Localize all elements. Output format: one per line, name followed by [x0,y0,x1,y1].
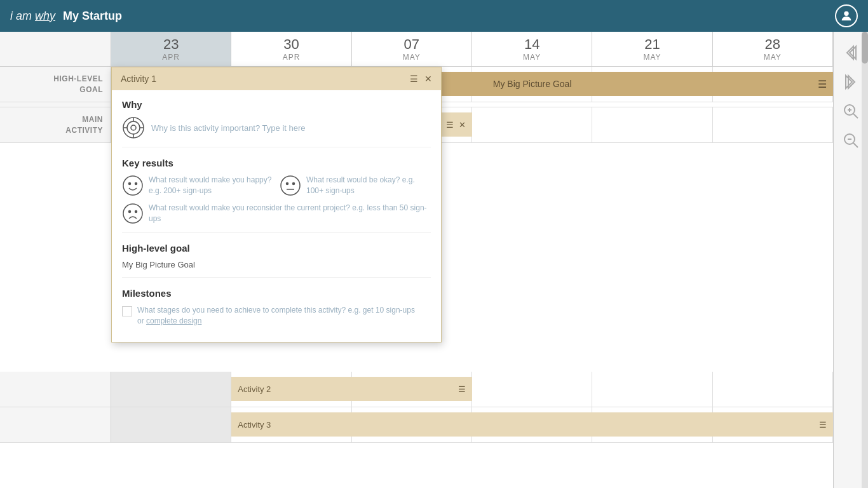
svg-point-13 [293,183,295,185]
main-area: 23 APR 30 APR 07 MAY 14 MAY 21 MAY 28 MA… [0,32,868,488]
why-placeholder[interactable]: Why is this activity important? Type it … [151,123,306,133]
popup-close-icon[interactable]: ✕ [424,74,432,84]
date-mon-2: MAY [403,53,421,62]
date-num-4: 21 [644,36,660,53]
date-header: 23 APR 30 APR 07 MAY 14 MAY 21 MAY 28 MA… [0,32,868,67]
activity-1-menu-icon[interactable]: ☰ [446,120,454,130]
svg-point-17 [135,211,137,213]
activity-2-menu-icon[interactable]: ☰ [458,384,466,394]
kr-ok-item: What result would be okay? e.g. 100+ sig… [280,175,431,196]
week-col-a3-0 [111,407,231,442]
high-level-goal-menu-icon[interactable]: ☰ [818,78,827,90]
svg-point-10 [135,183,137,185]
activity-3-name: Activity 3 [238,420,271,430]
date-col-0[interactable]: 23 APR [111,32,231,66]
svg-line-28 [853,143,858,147]
avatar[interactable] [835,4,858,27]
right-controls [833,32,868,488]
week-col-a2-4 [592,372,712,407]
app-title: My Startup [63,10,122,23]
milestone-checkbox[interactable] [122,306,132,316]
why-row: Why is this activity important? Type it … [122,116,431,139]
scrollbar-thumb[interactable] [862,32,868,64]
kr-happy-text[interactable]: What result would make you happy? e.g. 2… [149,175,273,196]
scrollbar[interactable] [862,32,868,488]
why-section: Why Why is this activity important? Type… [122,99,431,147]
zoom-in-button[interactable] [839,100,862,123]
popup-header-icons: ☰ ✕ [410,74,432,84]
date-num-0: 23 [163,36,179,53]
popup-header: Activity 1 ☰ ✕ [112,67,441,90]
happy-face-icon [122,175,144,196]
date-num-5: 28 [765,36,780,53]
kr-grid: What result would make you happy? e.g. 2… [122,175,431,224]
neutral-face-icon [280,175,301,196]
activity-detail-popup: Activity 1 ☰ ✕ Why [111,67,442,342]
activity-3-bar[interactable]: Activity 3 ☰ [231,412,833,437]
kr-ok-text[interactable]: What result would be okay? e.g. 100+ sig… [306,175,431,196]
svg-point-3 [131,125,136,130]
activity-1-close-icon[interactable]: ✕ [459,120,466,130]
activity-1-icons: ☰ ✕ [446,120,466,130]
svg-line-25 [853,114,858,118]
popup-title: Activity 1 [121,74,156,84]
svg-point-12 [287,183,288,185]
logo: i am why My Startup [10,10,122,23]
date-col-1[interactable]: 30 APR [231,32,351,66]
popup-high-goal-section: High-level goal My Big Picture Goal [122,243,431,278]
svg-point-0 [844,11,848,16]
prev-button[interactable] [839,41,862,64]
date-num-3: 14 [524,36,539,53]
week-col-a1-4 [592,107,712,142]
activity-3-row: Activity 3 ☰ [0,407,868,443]
date-col-3[interactable]: 14 MAY [472,32,592,66]
svg-point-11 [281,176,300,195]
date-mon-1: APR [283,53,301,62]
activity-2-bar[interactable]: Activity 2 ☰ [231,377,472,401]
next-button[interactable] [839,71,862,93]
key-results-label: Key results [122,158,431,168]
date-mon-5: MAY [764,53,782,62]
svg-point-15 [123,204,142,223]
logo-text: i am why [10,10,55,23]
popup-high-goal-label: High-level goal [122,243,431,254]
milestones-label: Milestones [122,288,431,299]
target-icon [122,116,145,139]
activity-2-name: Activity 2 [238,384,271,394]
milestones-section: Milestones What stages do you need to ac… [122,288,431,327]
high-level-goal-name: My Big Picture Goal [493,79,572,89]
svg-point-16 [129,211,131,213]
date-col-5[interactable]: 28 MAY [713,32,833,66]
main-activity-label: MAIN ACTIVITY [0,107,111,142]
milestone-text[interactable]: What stages do you need to achieve to co… [137,305,415,327]
activity-2-row: Activity 2 ☰ [0,372,868,407]
week-col-a2-3 [472,372,592,407]
milestone-row: What stages do you need to achieve to co… [122,305,431,327]
why-label: Why [122,99,431,110]
week-col-a2-5 [713,372,833,407]
date-col-4[interactable]: 21 MAY [592,32,712,66]
activity-3-data: Activity 3 ☰ [111,407,833,442]
activity-3-menu-icon[interactable]: ☰ [819,420,827,430]
zoom-out-button[interactable] [839,129,862,152]
svg-point-2 [127,121,140,134]
complete-design-link[interactable]: complete design [146,316,201,325]
header: i am why My Startup [0,0,868,32]
kr-sad-item: What result would make you reconsider th… [122,203,431,224]
activity-2-label-cell [0,372,111,407]
svg-point-9 [129,183,131,185]
week-col-a1-5 [713,107,833,142]
date-mon-3: MAY [523,53,541,62]
date-mon-4: MAY [643,53,661,62]
key-results-section: Key results What result would make you h… [122,158,431,233]
popup-menu-icon[interactable]: ☰ [410,74,418,84]
date-col-2[interactable]: 07 MAY [352,32,472,66]
date-num-1: 30 [283,36,299,53]
activity-3-label-cell [0,407,111,442]
week-col-a2-0 [111,372,231,407]
date-mon-0: APR [162,53,180,62]
popup-high-goal-value: My Big Picture Goal [122,260,431,269]
high-level-goal-label: HIGH-LEVEL GOAL [0,67,111,102]
kr-sad-text[interactable]: What result would make you reconsider th… [149,203,431,224]
date-num-2: 07 [404,36,419,53]
